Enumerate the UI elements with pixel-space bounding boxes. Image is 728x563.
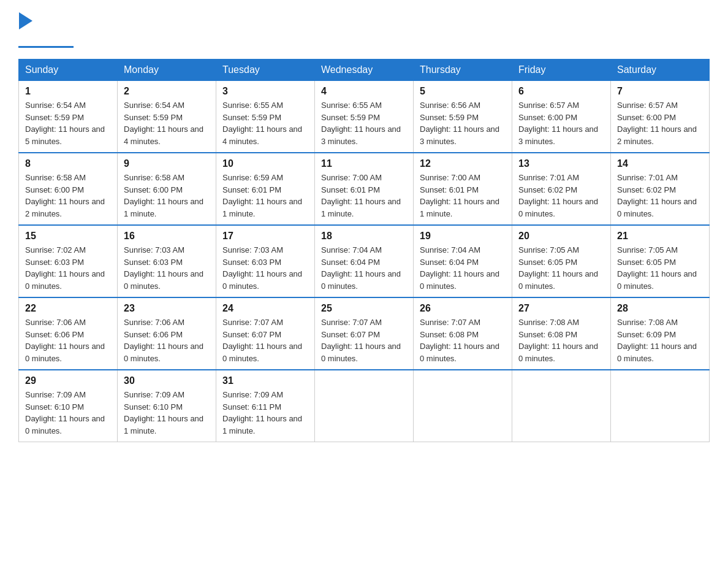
daylight-label: Daylight: 11 hours and 0 minutes. — [321, 269, 401, 291]
daylight-label: Daylight: 11 hours and 4 minutes. — [222, 124, 302, 146]
calendar-week-row: 29 Sunrise: 7:09 AM Sunset: 6:10 PM Dayl… — [19, 370, 710, 442]
calendar-cell: 5 Sunrise: 6:56 AM Sunset: 5:59 PM Dayli… — [414, 81, 512, 153]
sunrise-label: Sunrise: 7:01 AM — [518, 173, 579, 182]
day-number: 17 — [222, 231, 308, 242]
sunset-label: Sunset: 6:09 PM — [617, 330, 676, 339]
calendar-cell: 22 Sunrise: 7:06 AM Sunset: 6:06 PM Dayl… — [19, 297, 118, 370]
sunset-label: Sunset: 6:06 PM — [124, 330, 183, 339]
sunrise-label: Sunrise: 6:59 AM — [222, 173, 283, 182]
daylight-label: Daylight: 11 hours and 1 minute. — [222, 414, 302, 435]
calendar-cell: 7 Sunrise: 6:57 AM Sunset: 6:00 PM Dayli… — [611, 81, 710, 153]
sunrise-label: Sunrise: 6:54 AM — [124, 101, 184, 110]
day-number: 29 — [25, 375, 111, 386]
calendar-cell: 12 Sunrise: 7:00 AM Sunset: 6:01 PM Dayl… — [414, 153, 512, 225]
sunrise-label: Sunrise: 6:57 AM — [617, 101, 678, 110]
day-number: 26 — [420, 303, 506, 314]
daylight-label: Daylight: 11 hours and 0 minutes. — [617, 197, 697, 218]
day-number: 3 — [222, 86, 308, 97]
day-info: Sunrise: 6:58 AM Sunset: 6:00 PM Dayligh… — [124, 172, 210, 220]
day-header-thursday: Thursday — [414, 59, 512, 81]
day-info: Sunrise: 7:09 AM Sunset: 6:10 PM Dayligh… — [124, 389, 210, 437]
sunrise-label: Sunrise: 7:05 AM — [518, 245, 579, 255]
daylight-label: Daylight: 11 hours and 5 minutes. — [25, 124, 105, 146]
sunset-label: Sunset: 6:04 PM — [420, 258, 479, 267]
daylight-label: Daylight: 11 hours and 1 minute. — [420, 197, 499, 218]
daylight-label: Daylight: 11 hours and 0 minutes. — [25, 269, 105, 291]
day-number: 2 — [124, 86, 210, 97]
sunrise-label: Sunrise: 6:58 AM — [25, 173, 86, 182]
day-number: 18 — [321, 231, 407, 242]
sunset-label: Sunset: 6:08 PM — [518, 330, 577, 339]
calendar-cell: 24 Sunrise: 7:07 AM Sunset: 6:07 PM Dayl… — [216, 297, 315, 370]
day-header-friday: Friday — [512, 59, 611, 81]
day-number: 9 — [124, 158, 210, 169]
sunset-label: Sunset: 6:07 PM — [222, 330, 281, 339]
sunset-label: Sunset: 6:02 PM — [617, 185, 676, 194]
day-number: 28 — [617, 303, 703, 314]
day-info: Sunrise: 6:57 AM Sunset: 6:00 PM Dayligh… — [518, 99, 604, 147]
calendar-cell: 14 Sunrise: 7:01 AM Sunset: 6:02 PM Dayl… — [611, 153, 710, 225]
daylight-label: Daylight: 11 hours and 3 minutes. — [518, 124, 598, 146]
day-number: 8 — [25, 158, 111, 169]
sunrise-label: Sunrise: 7:08 AM — [617, 318, 678, 327]
sunrise-label: Sunrise: 7:09 AM — [25, 390, 86, 399]
page-header — [18, 12, 710, 48]
daylight-label: Daylight: 11 hours and 0 minutes. — [518, 197, 598, 218]
sunrise-label: Sunrise: 7:06 AM — [25, 318, 86, 327]
sunrise-label: Sunrise: 7:01 AM — [617, 173, 678, 182]
day-info: Sunrise: 7:04 AM Sunset: 6:04 PM Dayligh… — [420, 244, 506, 292]
day-number: 1 — [25, 86, 111, 97]
day-number: 16 — [124, 231, 210, 242]
day-number: 20 — [518, 231, 604, 242]
day-number: 30 — [124, 375, 210, 386]
day-number: 23 — [124, 303, 210, 314]
calendar-cell: 17 Sunrise: 7:03 AM Sunset: 6:03 PM Dayl… — [216, 225, 315, 297]
sunset-label: Sunset: 6:10 PM — [124, 402, 183, 412]
day-number: 6 — [518, 86, 604, 97]
calendar-cell — [512, 370, 611, 442]
daylight-label: Daylight: 11 hours and 1 minute. — [124, 414, 203, 435]
daylight-label: Daylight: 11 hours and 0 minutes. — [617, 269, 697, 291]
sunrise-label: Sunrise: 6:55 AM — [321, 101, 382, 110]
calendar-cell: 29 Sunrise: 7:09 AM Sunset: 6:10 PM Dayl… — [19, 370, 118, 442]
daylight-label: Daylight: 11 hours and 3 minutes. — [420, 124, 499, 146]
day-number: 12 — [420, 158, 506, 169]
sunset-label: Sunset: 6:02 PM — [518, 185, 577, 194]
day-info: Sunrise: 6:54 AM Sunset: 5:59 PM Dayligh… — [25, 99, 111, 147]
sunset-label: Sunset: 6:03 PM — [124, 258, 183, 267]
day-number: 24 — [222, 303, 308, 314]
sunset-label: Sunset: 6:07 PM — [321, 330, 380, 339]
sunrise-label: Sunrise: 7:05 AM — [617, 245, 678, 255]
calendar-week-row: 1 Sunrise: 6:54 AM Sunset: 5:59 PM Dayli… — [19, 81, 710, 153]
day-info: Sunrise: 6:54 AM Sunset: 5:59 PM Dayligh… — [124, 99, 210, 147]
sunset-label: Sunset: 6:11 PM — [222, 402, 281, 412]
day-info: Sunrise: 7:09 AM Sunset: 6:11 PM Dayligh… — [222, 389, 308, 437]
sunrise-label: Sunrise: 7:08 AM — [518, 318, 579, 327]
calendar-cell: 20 Sunrise: 7:05 AM Sunset: 6:05 PM Dayl… — [512, 225, 611, 297]
sunrise-label: Sunrise: 6:56 AM — [420, 101, 480, 110]
calendar-cell: 8 Sunrise: 6:58 AM Sunset: 6:00 PM Dayli… — [19, 153, 118, 225]
calendar-cell: 25 Sunrise: 7:07 AM Sunset: 6:07 PM Dayl… — [315, 297, 414, 370]
daylight-label: Daylight: 11 hours and 0 minutes. — [222, 342, 302, 363]
day-number: 27 — [518, 303, 604, 314]
calendar-cell: 4 Sunrise: 6:55 AM Sunset: 5:59 PM Dayli… — [315, 81, 414, 153]
day-number: 13 — [518, 158, 604, 169]
daylight-label: Daylight: 11 hours and 0 minutes. — [617, 342, 697, 363]
day-info: Sunrise: 7:01 AM Sunset: 6:02 PM Dayligh… — [518, 172, 604, 220]
sunrise-label: Sunrise: 6:55 AM — [222, 101, 283, 110]
calendar-cell: 10 Sunrise: 6:59 AM Sunset: 6:01 PM Dayl… — [216, 153, 315, 225]
calendar-week-row: 8 Sunrise: 6:58 AM Sunset: 6:00 PM Dayli… — [19, 153, 710, 225]
sunset-label: Sunset: 6:04 PM — [321, 258, 380, 267]
day-number: 19 — [420, 231, 506, 242]
daylight-label: Daylight: 11 hours and 0 minutes. — [518, 342, 598, 363]
calendar-cell: 21 Sunrise: 7:05 AM Sunset: 6:05 PM Dayl… — [611, 225, 710, 297]
sunrise-label: Sunrise: 7:07 AM — [321, 318, 382, 327]
day-header-tuesday: Tuesday — [216, 59, 315, 81]
sunrise-label: Sunrise: 7:06 AM — [124, 318, 184, 327]
sunset-label: Sunset: 6:08 PM — [420, 330, 479, 339]
day-number: 11 — [321, 158, 407, 169]
day-info: Sunrise: 7:08 AM Sunset: 6:09 PM Dayligh… — [617, 316, 703, 364]
calendar-cell: 1 Sunrise: 6:54 AM Sunset: 5:59 PM Dayli… — [19, 81, 118, 153]
daylight-label: Daylight: 11 hours and 0 minutes. — [124, 342, 203, 363]
day-info: Sunrise: 7:07 AM Sunset: 6:07 PM Dayligh… — [321, 316, 407, 364]
